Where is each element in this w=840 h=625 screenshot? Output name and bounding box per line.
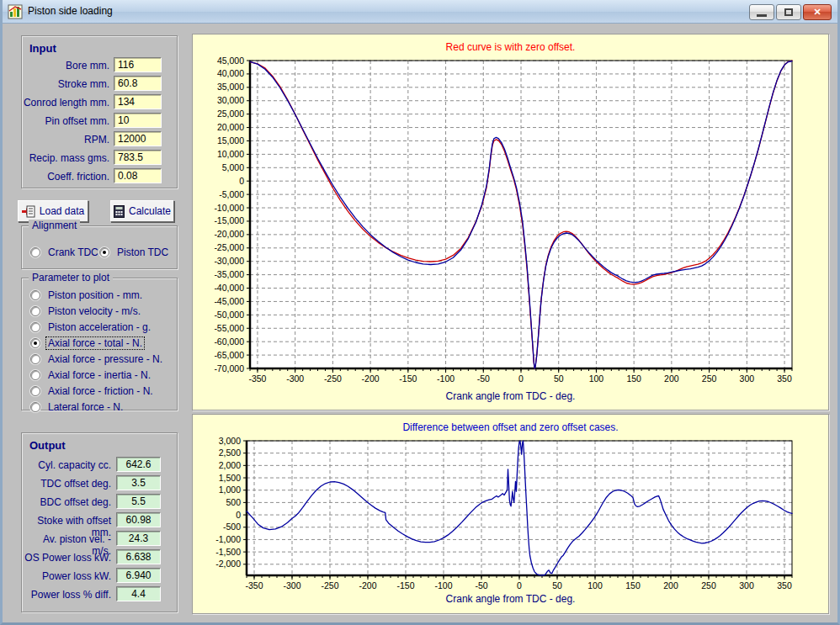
svg-text:-1,500: -1,500 [215,547,241,557]
svg-text:-20,000: -20,000 [214,229,244,239]
cyl-capacity-value: 642.6 [116,457,161,472]
svg-text:40,000: 40,000 [217,68,244,78]
svg-text:-2,000: -2,000 [215,559,241,569]
svg-text:-55,000: -55,000 [214,323,244,333]
recip-mass-field[interactable]: 783.5 [114,150,162,165]
svg-text:200: 200 [664,373,679,384]
radio-circle [30,290,40,300]
bottom-chart-panel: -2,000-1,500-1,000-50005001,0001,5002,00… [192,414,829,614]
svg-text:-45,000: -45,000 [214,296,244,306]
svg-text:-35,000: -35,000 [214,269,244,279]
minimize-button[interactable] [749,4,774,20]
svg-text:-50: -50 [475,580,487,591]
svg-text:35,000: 35,000 [217,82,244,92]
svg-text:200: 200 [663,580,678,591]
pin-offset-field[interactable]: 10 [114,113,162,128]
radio-piston-tdc[interactable]: Piston TDC [99,246,170,258]
radio-circle [30,386,40,396]
pin-offset-label: Pin offset mm. [22,115,109,127]
svg-text:20,000: 20,000 [217,122,244,132]
radio-piston-velocity[interactable]: Piston velocity - m/s. [30,305,142,317]
radio-crank-tdc[interactable]: Crank TDC [30,246,100,258]
svg-text:-350: -350 [248,373,266,384]
alignment-group: Alignment Crank TDC Piston TDC [21,225,178,269]
svg-text:-350: -350 [245,580,263,591]
svg-text:-100: -100 [434,580,452,591]
recip-mass-label: Recip. mass gms. [22,152,109,164]
calculate-icon [114,205,125,218]
radio-lateral-force[interactable]: Lateral force - N. [30,401,125,413]
svg-text:-25,000: -25,000 [214,242,244,252]
radio-circle [30,338,40,348]
radio-circle [30,247,40,257]
svg-text:250: 250 [701,580,716,591]
radio-axial-force-total[interactable]: Axial force - total - N. [30,337,144,349]
svg-text:2,500: 2,500 [219,448,241,458]
radio-label: Piston TDC [115,246,170,258]
window-title: Piston side loading [28,5,113,17]
radio-axial-force-pressure[interactable]: Axial force - pressure - N. [30,353,164,365]
svg-text:3,000: 3,000 [219,436,241,446]
svg-text:25,000: 25,000 [217,109,244,119]
svg-text:-70,000: -70,000 [214,363,244,373]
radio-label: Axial force - pressure - N. [46,353,164,365]
radio-axial-force-friction[interactable]: Axial force - friction - N. [30,385,155,397]
output-group: Output Cyl. capacity cc. 642.6 TDC offse… [21,432,178,612]
window-body: Input Bore mm. 116 Stroke mm. 60.8 Conro… [3,24,837,622]
load-data-label: Load data [40,205,84,217]
svg-text:300: 300 [740,373,755,384]
svg-text:0: 0 [518,373,524,384]
svg-text:-15,000: -15,000 [214,215,244,225]
svg-text:-500: -500 [223,522,241,532]
parameter-group: Parameter to plot Piston position - mm. … [21,278,178,410]
maximize-button[interactable] [776,4,801,20]
svg-text:10,000: 10,000 [217,149,244,159]
top-chart-x-axis-title: Crank angle from TDC - deg. [193,390,828,402]
stroke-label: Stroke mm. [22,78,109,90]
svg-text:-250: -250 [324,373,342,384]
top-chart-plot: -70,000-65,000-60,000-55,000-50,000-45,0… [193,34,830,411]
radio-piston-acceleration[interactable]: Piston acceleration - g. [30,321,152,333]
bore-field[interactable]: 116 [114,57,162,72]
svg-text:2,000: 2,000 [219,460,241,470]
radio-circle [30,370,40,380]
power-loss-value: 6.940 [116,568,161,583]
top-chart-panel: -70,000-65,000-60,000-55,000-50,000-45,0… [192,34,829,410]
app-window: Piston side loading ✕ Input Bore mm. 116… [0,0,840,625]
radio-axial-force-inertia[interactable]: Axial force - inertia - N. [30,369,152,381]
power-loss-diff-label: Power loss % diff. [22,589,111,601]
radio-label: Piston velocity - m/s. [46,305,142,317]
radio-circle [99,247,109,257]
svg-text:300: 300 [739,580,754,591]
svg-text:-200: -200 [362,373,380,384]
close-button[interactable]: ✕ [803,4,832,20]
svg-text:-30,000: -30,000 [214,256,244,266]
svg-text:-50,000: -50,000 [214,310,244,320]
radio-piston-position[interactable]: Piston position - mm. [30,289,144,301]
os-power-loss-value: 6.638 [116,549,161,564]
svg-text:350: 350 [777,373,792,384]
bottom-chart-x-axis-title: Crank angle from TDC - deg. [193,593,828,605]
radio-label: Axial force - total - N. [46,337,144,349]
bdc-offset-value: 5.5 [116,494,161,509]
radio-label: Piston acceleration - g. [46,321,152,333]
av-piston-vel-value: 24.3 [116,531,161,546]
svg-text:1,500: 1,500 [219,473,241,483]
os-power-loss-label: OS Power loss kW. [22,552,111,564]
parameter-group-title: Parameter to plot [29,272,113,283]
stroke-field[interactable]: 60.8 [114,76,162,91]
calculate-button[interactable]: Calculate [110,200,174,222]
rpm-field[interactable]: 12000 [114,131,162,146]
top-chart-title: Red curve is with zero offset. [193,41,828,53]
radio-label: Piston position - mm. [46,289,144,301]
svg-text:-150: -150 [396,580,414,591]
load-data-icon [22,205,35,218]
radio-label: Lateral force - N. [46,401,125,413]
power-loss-diff-value: 4.4 [116,586,161,601]
bdc-offset-label: BDC offset deg. [22,496,111,508]
svg-text:5,000: 5,000 [222,162,244,172]
conrod-length-field[interactable]: 134 [114,94,162,109]
svg-text:-300: -300 [286,373,304,384]
svg-text:1,000: 1,000 [219,485,241,495]
coeff-friction-field[interactable]: 0.08 [114,168,162,183]
